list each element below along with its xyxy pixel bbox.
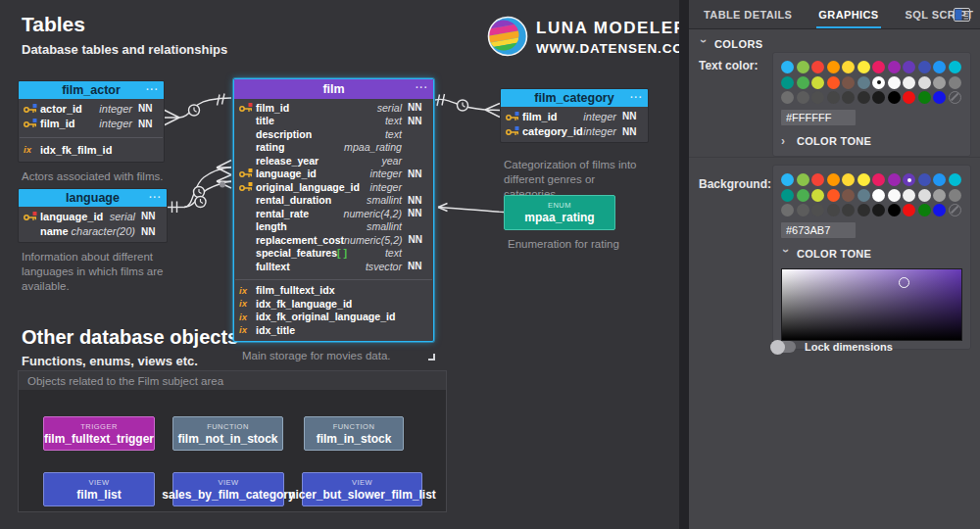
color-swatch[interactable] — [858, 173, 870, 186]
color-swatch[interactable] — [827, 189, 840, 202]
color-swatch[interactable] — [872, 189, 885, 202]
color-swatch[interactable] — [872, 76, 885, 89]
color-swatch[interactable] — [811, 76, 824, 89]
index-idx_fk_original_language_id[interactable]: ixidx_fk_original_language_id — [234, 311, 433, 324]
color-swatch[interactable] — [888, 189, 901, 202]
color-swatch[interactable] — [918, 173, 931, 186]
color-swatch[interactable] — [858, 204, 870, 216]
table-header[interactable]: film_category··· — [501, 89, 648, 107]
color-swatch[interactable] — [781, 173, 794, 186]
panel-toggle-icon[interactable] — [954, 8, 970, 25]
color-swatch[interactable] — [797, 61, 809, 73]
color-swatch[interactable] — [781, 204, 794, 216]
color-swatch[interactable] — [872, 91, 885, 104]
column-name[interactable]: namecharacter(20)NN — [19, 224, 167, 240]
color-swatch[interactable] — [781, 61, 794, 73]
color-swatch[interactable] — [811, 173, 824, 186]
text-color-tone-toggle[interactable]: › COLOR TONE — [781, 134, 962, 148]
table-film-actor[interactable]: film_actor···actor_idintegerNNfilm_idint… — [18, 80, 169, 184]
color-swatch[interactable] — [918, 204, 931, 216]
canvas-scrollbar[interactable] — [679, 0, 689, 529]
color-swatch[interactable] — [918, 91, 931, 104]
column-film_id[interactable]: film_idserialNN — [234, 101, 433, 115]
color-swatch[interactable] — [903, 173, 915, 186]
enum-mpaa-rating[interactable]: ENUM mpaa_rating Enumeration for rating — [504, 195, 635, 252]
color-swatch[interactable] — [933, 91, 946, 104]
table-language[interactable]: language···language_idserialNNnamecharac… — [18, 188, 168, 294]
color-swatch[interactable] — [827, 173, 840, 186]
column-language_id[interactable]: language_idintegerNN — [234, 168, 433, 181]
gradient-cursor[interactable] — [899, 277, 909, 288]
view-film_list[interactable]: VIEWfilm_list — [43, 472, 155, 506]
column-film_id[interactable]: film_idintegerNN — [501, 109, 648, 124]
function-film_not_in_stock[interactable]: FUNCTIONfilm_not_in_stock — [172, 416, 283, 451]
column-rental_duration[interactable]: rental_durationsmallintNN — [234, 194, 433, 208]
color-swatch[interactable] — [933, 173, 946, 186]
color-swatch[interactable] — [888, 61, 901, 73]
color-swatch[interactable] — [949, 76, 961, 89]
color-swatch[interactable] — [797, 189, 809, 202]
color-swatch[interactable] — [949, 61, 961, 73]
color-swatch[interactable] — [811, 91, 824, 104]
table-menu-button[interactable]: ··· — [416, 79, 428, 96]
color-swatch[interactable] — [918, 76, 931, 89]
color-swatch[interactable] — [888, 204, 901, 216]
custom-color-swatch[interactable] — [949, 91, 961, 104]
toggle-knob[interactable] — [770, 340, 785, 355]
tab-graphics[interactable]: GRAPHICS — [818, 0, 878, 28]
column-rating[interactable]: ratingmpaa_rating — [234, 141, 433, 155]
color-swatch[interactable] — [872, 173, 885, 186]
color-swatch[interactable] — [781, 91, 794, 104]
color-swatch[interactable] — [888, 91, 901, 104]
color-swatch[interactable] — [872, 61, 885, 73]
column-special_features[interactable]: special_features[ ]text — [234, 247, 433, 261]
color-swatch[interactable] — [827, 91, 840, 104]
index-idx_title[interactable]: ixidx_title — [234, 323, 433, 337]
color-swatch[interactable] — [797, 204, 809, 216]
color-swatch[interactable] — [933, 204, 946, 216]
color-swatch[interactable] — [811, 61, 824, 73]
color-swatch[interactable] — [858, 61, 870, 73]
table-film[interactable]: film··· film_idserialNNtitletextNNdescri… — [233, 78, 438, 363]
custom-color-swatch[interactable] — [949, 204, 961, 216]
lock-dimensions-row[interactable]: Lock dimensions — [771, 341, 893, 353]
color-swatch[interactable] — [781, 189, 794, 202]
column-language_id[interactable]: language_idserialNN — [19, 209, 167, 224]
index-film_fulltext_idx[interactable]: ixfilm_fulltext_idx — [234, 284, 433, 298]
column-actor_id[interactable]: actor_idintegerNN — [19, 101, 164, 117]
background-color-tone-toggle[interactable]: › COLOR TONE — [781, 247, 962, 261]
color-swatch[interactable] — [933, 61, 946, 73]
index-idx_fk_language_id[interactable]: ixidx_fk_language_id — [234, 297, 433, 311]
color-swatch[interactable] — [842, 76, 855, 89]
color-swatch[interactable] — [872, 204, 885, 216]
background-color-hex-input[interactable] — [781, 222, 856, 238]
table-menu-button[interactable]: ··· — [146, 81, 159, 98]
colors-section-header[interactable]: › COLORS — [699, 37, 762, 51]
subject-area-film[interactable]: Objects related to the Film subject area… — [18, 370, 447, 512]
trigger-film_fulltext_trigger[interactable]: TRIGGERfilm_fulltext_trigger — [43, 416, 155, 451]
table-box[interactable]: film_category···film_idintegerNNcategory… — [500, 88, 649, 143]
color-swatch[interactable] — [827, 76, 840, 89]
color-swatch[interactable] — [827, 61, 840, 73]
color-swatch[interactable] — [903, 76, 915, 89]
table-menu-button[interactable]: ··· — [149, 189, 162, 206]
text-color-hex-input[interactable] — [781, 110, 856, 125]
diagram-canvas[interactable]: Tables Database tables and relationships… — [0, 0, 679, 529]
function-film_in_stock[interactable]: FUNCTIONfilm_in_stock — [304, 416, 404, 451]
column-fulltext[interactable]: fulltexttsvectorNN — [234, 260, 433, 273]
column-description[interactable]: descriptiontext — [234, 127, 433, 141]
column-original_language_id[interactable]: original_language_idinteger — [234, 180, 433, 194]
color-swatch[interactable] — [811, 204, 824, 216]
color-swatch[interactable] — [858, 91, 870, 104]
table-film-category[interactable]: film_category···film_idintegerNNcategory… — [500, 88, 651, 202]
table-header[interactable]: film··· — [234, 79, 433, 99]
column-length[interactable]: lengthsmallint — [234, 220, 433, 234]
table-header[interactable]: film_actor··· — [19, 81, 164, 99]
column-release_year[interactable]: release_yearyear — [234, 154, 433, 168]
table-header[interactable]: language··· — [19, 189, 167, 207]
column-category_id[interactable]: category_idintegerNN — [501, 124, 648, 140]
color-swatch[interactable] — [842, 204, 855, 216]
table-box[interactable]: language···language_idserialNNnamecharac… — [18, 188, 168, 243]
color-swatch[interactable] — [811, 189, 824, 202]
color-swatch[interactable] — [903, 91, 915, 104]
